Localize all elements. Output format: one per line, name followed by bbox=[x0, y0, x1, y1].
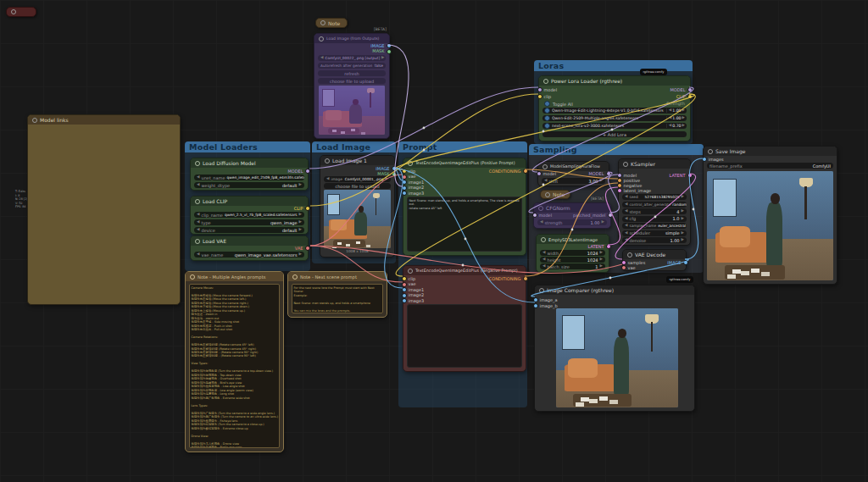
seed-widget[interactable]: ◀ seed 527681538295025 ▶ bbox=[622, 194, 687, 200]
node-title-bar[interactable]: TextEncodeQwenImageEditPlus (Negative Pr… bbox=[403, 266, 526, 275]
batch-size-widget[interactable]: ◀ batch_size 1 ▶ bbox=[540, 263, 605, 269]
node-title-bar[interactable]: Load Diffusion Model bbox=[191, 158, 308, 168]
left-arrow-icon[interactable]: ◀ bbox=[625, 231, 627, 235]
width-widget[interactable]: ◀ width 1024 ▶ bbox=[540, 250, 605, 256]
input-vae-port[interactable]: vae bbox=[621, 265, 636, 270]
node-title-bar[interactable]: Load Image (from Outputs) bbox=[314, 34, 389, 43]
vae-name-widget[interactable]: ◀ vae_name qwen_image_vae.safetensors ▶ bbox=[194, 252, 304, 258]
left-arrow-icon[interactable]: ◀ bbox=[197, 183, 199, 187]
output-conditioning-port[interactable]: CONDITIONING bbox=[489, 276, 528, 281]
node-title-bar[interactable]: ModelSamplingAuraFlow bbox=[538, 162, 609, 171]
image-comparer-node[interactable]: Image Comparer (rgthree) image_a image_b bbox=[534, 285, 695, 412]
output-clip-port[interactable]: CLIP bbox=[294, 206, 310, 211]
note-pill-top[interactable]: Note bbox=[315, 18, 348, 28]
left-arrow-icon[interactable]: ◀ bbox=[197, 175, 199, 180]
weight-dtype-widget[interactable]: ◀ weight_dtype default ▶ bbox=[194, 182, 304, 188]
input-image3-port[interactable]: image3 bbox=[402, 191, 425, 196]
node-title-bar[interactable]: KSampler bbox=[619, 159, 690, 169]
lora-strength-control[interactable]: ◀ 1.00 ▶ bbox=[666, 108, 685, 113]
input-model-port[interactable]: model bbox=[537, 87, 558, 92]
group-header[interactable]: Model Loaders bbox=[185, 141, 310, 152]
right-arrow-icon[interactable]: ▶ bbox=[299, 252, 302, 257]
cfg-norm-node[interactable]: CFGNorm model patched_model ◀ strength 1… bbox=[533, 202, 611, 229]
input-vae-port[interactable]: vae bbox=[402, 282, 416, 287]
right-arrow-icon[interactable]: ▶ bbox=[682, 231, 684, 235]
image-combo-widget[interactable]: ◀ image ComfyUI_00001_.png ▶ bbox=[324, 176, 391, 182]
left-arrow-icon[interactable]: ◀ bbox=[544, 179, 547, 183]
lora-row[interactable]: Qwen-Image-Edit-Lightning-4steps-V1.0-bf… bbox=[542, 108, 687, 114]
output-mask-port[interactable]: MASK bbox=[377, 172, 396, 177]
vae-decode-node[interactable]: VAE Decode samples vae IMAGE bbox=[622, 249, 687, 271]
output-vae-port[interactable]: VAE bbox=[295, 246, 310, 251]
load-image-outputs-node[interactable]: Load Image (from Outputs) IMAGE MASK ◀ C… bbox=[314, 33, 390, 139]
node-title-bar[interactable]: Load VAE bbox=[191, 236, 308, 246]
left-arrow-icon[interactable]: ◀ bbox=[542, 264, 545, 269]
output-image-port[interactable]: IMAGE bbox=[667, 260, 687, 265]
right-arrow-icon[interactable]: ▶ bbox=[299, 213, 302, 217]
empty-latent-node[interactable]: EmptySD3LatentImage LATENT ◀ width 1024 … bbox=[536, 234, 609, 273]
strength-widget[interactable]: ◀ strength 1.00 ▶ bbox=[537, 219, 607, 225]
left-arrow-icon[interactable]: ◀ bbox=[542, 251, 545, 255]
left-arrow-icon[interactable]: ◀ bbox=[625, 217, 627, 221]
output-patched-model-port[interactable]: patched_model bbox=[573, 213, 612, 218]
filename-prefix-widget[interactable]: filename_prefix ComfyUI bbox=[707, 163, 833, 169]
input-vae-port[interactable]: vae bbox=[402, 175, 416, 180]
prompt-textarea[interactable] bbox=[407, 304, 522, 368]
right-arrow-icon[interactable]: ▶ bbox=[600, 264, 603, 269]
next-scene-note-node[interactable]: Note - Next scene prompt For the next sc… bbox=[287, 271, 387, 318]
output-model-port[interactable]: MODEL bbox=[588, 171, 610, 176]
output-latent-port[interactable]: LATENT bbox=[588, 244, 611, 249]
right-arrow-icon[interactable]: ▶ bbox=[682, 124, 685, 128]
group-header[interactable]: Prompt bbox=[398, 141, 527, 152]
left-arrow-icon[interactable]: ◀ bbox=[625, 224, 627, 228]
upload-button[interactable]: choose file to upload bbox=[324, 183, 391, 189]
lora-toggle-icon[interactable] bbox=[544, 123, 550, 129]
left-arrow-icon[interactable]: ◀ bbox=[320, 56, 323, 60]
left-arrow-icon[interactable]: ◀ bbox=[542, 258, 545, 262]
clip-name-widget[interactable]: ◀ clip_name qwen_2.5_vl_7b_fp8_scaled.sa… bbox=[194, 212, 304, 218]
node-title-bar[interactable]: Image Comparer (rgthree) bbox=[535, 285, 694, 295]
left-arrow-icon[interactable]: ◀ bbox=[197, 252, 199, 257]
prompt-textarea[interactable]: Next Scene: man stands up, and holds a s… bbox=[407, 197, 522, 252]
left-arrow-icon[interactable]: ◀ bbox=[669, 124, 671, 128]
model-links-note-node[interactable]: Model links bbox=[27, 114, 181, 305]
node-title-bar[interactable]: Load Image 1 bbox=[320, 156, 394, 165]
denoise-widget[interactable]: ◀ denoise 1.00 ▶ bbox=[622, 237, 687, 243]
lora-toggle-icon[interactable] bbox=[544, 108, 550, 114]
output-conditioning-port[interactable]: CONDITIONING bbox=[489, 169, 528, 174]
cfg-widget[interactable]: ◀ cfg 1.0 ▶ bbox=[622, 216, 687, 222]
left-arrow-icon[interactable]: ◀ bbox=[540, 220, 542, 224]
node-title-bar[interactable]: VAE Decode bbox=[623, 250, 686, 259]
right-arrow-icon[interactable]: ▶ bbox=[600, 251, 603, 255]
input-latent-image-port[interactable]: latent_image bbox=[617, 188, 652, 193]
load-vae-node[interactable]: Load VAE VAE ◀ vae_name qwen_image_vae.s… bbox=[190, 235, 309, 261]
right-arrow-icon[interactable]: ▶ bbox=[682, 108, 685, 113]
right-arrow-icon[interactable]: ▶ bbox=[299, 220, 302, 224]
toggle-all-control[interactable]: Toggle All bbox=[544, 101, 573, 107]
height-widget[interactable]: ◀ height 1024 ▶ bbox=[540, 257, 605, 263]
angles-note-node[interactable]: Note - Multiple Angles prompts Camera Mo… bbox=[185, 271, 284, 452]
image-combo-widget[interactable]: ◀ ComfyUI_00022_.png [output] ▶ bbox=[318, 55, 386, 61]
input-model-port[interactable]: model bbox=[532, 213, 553, 218]
right-arrow-icon[interactable]: ▶ bbox=[682, 238, 684, 242]
refresh-button[interactable]: refresh bbox=[318, 70, 386, 76]
type-widget[interactable]: ◀ type qwen_image ▶ bbox=[194, 219, 304, 225]
lora-strength-control[interactable]: ◀ 1.00 ▶ bbox=[666, 116, 685, 120]
steps-widget[interactable]: ◀ steps 4 ▶ bbox=[622, 208, 687, 214]
model-sampling-auraflow-node[interactable]: ModelSamplingAuraFlow model MODEL ◀ shif… bbox=[537, 161, 609, 186]
positive-prompt-node[interactable]: TextEncodeQwenImageEditPlus (Positive Pr… bbox=[403, 158, 526, 256]
group-header[interactable]: Load Image bbox=[312, 141, 396, 152]
left-arrow-icon[interactable]: ◀ bbox=[197, 213, 199, 217]
image-preview[interactable] bbox=[556, 308, 678, 407]
lora-row[interactable]: next-scene_lora-v2-3000.safetensors ◀ 0.… bbox=[542, 123, 687, 129]
output-clip-port[interactable]: CLIP bbox=[676, 94, 693, 99]
node-title-bar[interactable]: TextEncodeQwenImageEditPlus (Positive Pr… bbox=[403, 158, 526, 168]
right-arrow-icon[interactable]: ▶ bbox=[299, 183, 302, 187]
right-arrow-icon[interactable]: ▶ bbox=[386, 177, 388, 181]
save-image-node[interactable]: Save Image images filename_prefix ComfyU… bbox=[703, 146, 837, 285]
load-image-node[interactable]: Load Image 1 IMAGE MASK ◀ image ComfyUI_… bbox=[320, 155, 395, 258]
right-arrow-icon[interactable]: ▶ bbox=[299, 228, 302, 232]
node-title-bar[interactable]: Model links bbox=[28, 115, 180, 125]
output-latent-port[interactable]: LATENT bbox=[670, 173, 693, 178]
node-title-bar[interactable]: Note - Next scene prompt bbox=[288, 272, 387, 281]
